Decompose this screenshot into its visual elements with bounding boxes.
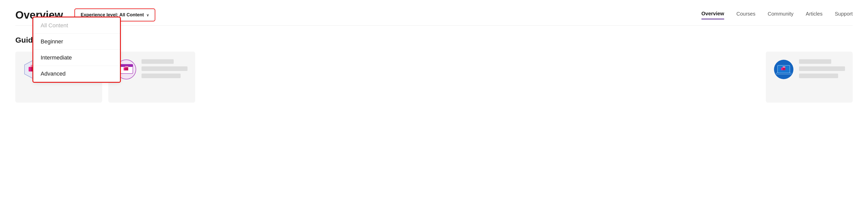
dropdown-item-beginner[interactable]: Beginner [33, 34, 120, 50]
top-nav-right: Overview Courses Community Articles Supp… [702, 11, 853, 20]
card-2-body-line-1 [142, 66, 187, 71]
nav-link-support[interactable]: Support [835, 11, 853, 19]
card-3[interactable] [766, 52, 853, 103]
svg-rect-15 [776, 73, 792, 74]
experience-level-dropdown-menu: All Content Beginner Intermediate Advanc… [33, 18, 120, 82]
card-2-body-line-2 [142, 73, 181, 78]
svg-rect-18 [783, 68, 785, 70]
nav-link-community[interactable]: Community [768, 11, 794, 19]
nav-link-overview[interactable]: Overview [702, 11, 724, 20]
nav-link-articles[interactable]: Articles [806, 11, 823, 19]
dropdown-item-advanced[interactable]: Advanced [33, 66, 120, 82]
card-3-body-line-2 [799, 73, 838, 78]
card-3-body-line-1 [799, 66, 845, 71]
top-nav: Overview Experience level: All Content ∨… [15, 0, 853, 26]
card-3-icon [774, 59, 794, 80]
cards-row [15, 52, 853, 103]
main-content: Guided learning ‹ › [15, 26, 853, 103]
page-wrapper: Overview Experience level: All Content ∨… [0, 0, 868, 205]
card-2-content [142, 59, 187, 81]
nav-links: Overview Courses Community Articles Supp… [702, 11, 853, 20]
dropdown-item-all-content[interactable]: All Content [33, 18, 120, 34]
filter-label: Experience level: All Content [81, 12, 144, 18]
nav-link-courses[interactable]: Courses [737, 11, 755, 19]
chevron-down-icon: ∨ [146, 13, 149, 17]
dropdown-item-intermediate[interactable]: Intermediate [33, 50, 120, 66]
svg-rect-12 [125, 67, 128, 70]
card-2[interactable] [108, 52, 195, 103]
section-title: Guided learning [15, 36, 853, 44]
card-3-title-line [799, 59, 831, 64]
card-3-content [799, 59, 845, 81]
card-2-title-line [142, 59, 174, 64]
